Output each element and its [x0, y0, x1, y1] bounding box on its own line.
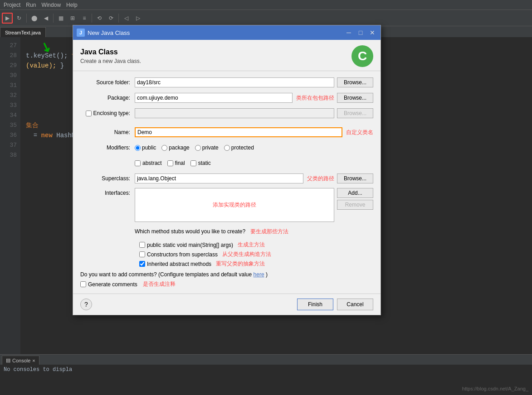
cancel-button[interactable]: Cancel	[337, 299, 373, 310]
generate-comments-checkbox[interactable]	[80, 281, 86, 287]
package-browse-btn[interactable]: Browse...	[337, 93, 373, 103]
package-container: 类所在包包路径	[135, 93, 334, 103]
toolbar-btn-10[interactable]: ▷	[132, 13, 143, 24]
mod-abstract-text: abstract	[142, 160, 162, 166]
modifiers-options: public package private protected	[135, 145, 373, 151]
mod-final-label[interactable]: final	[167, 160, 185, 166]
enclosing-label-container: Enclosing type:	[80, 110, 135, 116]
superclass-browse-btn[interactable]: Browse...	[337, 173, 373, 183]
dialog-header-title: Java Class	[80, 48, 141, 56]
console-tab-close[interactable]: ×	[32, 358, 35, 363]
mod-static-label[interactable]: static	[190, 160, 211, 166]
toolbar-btn-3[interactable]: ◀	[40, 13, 51, 24]
source-folder-input[interactable]	[135, 77, 334, 87]
toolbar-btn-1[interactable]: ↻	[14, 13, 24, 24]
mod-abstract-checkbox[interactable]	[135, 160, 141, 166]
bottom-panel: ▤ Console × No consoles to displa	[0, 354, 532, 395]
stub2-checkbox[interactable]	[139, 251, 145, 257]
console-text: No consoles to displa	[4, 366, 72, 373]
comments-q-row: Do you want to add comments? (Configure …	[80, 271, 373, 278]
toolbar-btn-2[interactable]: ⬤	[29, 13, 39, 24]
stub2-annotation: 从父类生成构造方法	[222, 250, 271, 258]
menu-bar: Project Run Window Help	[0, 0, 532, 10]
modifier-public-text: public	[142, 145, 156, 151]
interfaces-remove-btn[interactable]: Remove	[337, 200, 373, 210]
superclass-input[interactable]	[135, 173, 303, 183]
modifier-protected-radio[interactable]	[224, 145, 230, 151]
source-folder-row: Source folder: Browse...	[80, 77, 373, 88]
source-folder-browse-btn[interactable]: Browse...	[337, 77, 373, 87]
stubs-question: Which method stubs would you like to cre…	[135, 228, 288, 236]
stub2-label: Constructors from superclass	[147, 251, 218, 258]
stub1-label: public static void main(String[] args)	[147, 242, 233, 248]
toolbar-btn-4[interactable]: ▦	[55, 13, 66, 24]
enclosing-input[interactable]	[135, 108, 334, 118]
modifier-package-radio[interactable]	[161, 145, 167, 151]
console-tab-icon: ▤	[6, 357, 10, 363]
stubs-checkboxes: public static void main(String[] args) 生…	[139, 241, 373, 268]
toolbar-btn-5[interactable]: ⊞	[67, 13, 78, 24]
package-label: Package:	[80, 95, 135, 101]
modifier-package-text: package	[169, 145, 189, 151]
mod-static-text: static	[198, 160, 211, 166]
dialog-logo: C	[351, 45, 373, 67]
mod-static-checkbox[interactable]	[190, 160, 196, 166]
modifier-private-radio[interactable]	[195, 145, 201, 151]
interfaces-buttons: Add... Remove	[337, 188, 373, 210]
name-input[interactable]	[135, 127, 342, 137]
menu-window[interactable]: Window	[41, 2, 61, 8]
dialog-minimize-btn[interactable]: ─	[344, 28, 353, 37]
enclosing-browse-btn[interactable]: Browse...	[337, 108, 373, 118]
toolbar-btn-6[interactable]: ≡	[79, 13, 90, 24]
stub3-checkbox[interactable]	[139, 261, 145, 267]
mod-final-checkbox[interactable]	[167, 160, 173, 166]
interfaces-add-btn[interactable]: Add...	[337, 188, 373, 198]
console-tab[interactable]: ▤ Console ×	[2, 356, 39, 365]
modifier-public-label[interactable]: public	[135, 145, 156, 151]
new-java-class-dialog: J New Java Class ─ □ ✕ Java Class Create…	[73, 25, 381, 315]
name-container: 自定义类名	[135, 127, 373, 137]
modifier-protected-label[interactable]: protected	[224, 145, 254, 151]
finish-button[interactable]: Finish	[297, 299, 333, 310]
name-label: Name:	[80, 129, 135, 135]
toolbar-run-btn[interactable]: ▶	[2, 13, 13, 24]
package-row: Package: 类所在包包路径 Browse...	[80, 92, 373, 104]
help-button[interactable]: ?	[80, 299, 92, 310]
dialog-header-text: Java Class Create a new Java class.	[80, 48, 141, 64]
dialog-maximize-btn[interactable]: □	[356, 28, 365, 37]
mod-final-text: final	[175, 160, 185, 166]
dialog-titlebar: J New Java Class ─ □ ✕	[73, 25, 381, 40]
enclosing-label: Enclosing type:	[93, 110, 130, 116]
comments-here-link[interactable]: here	[254, 271, 264, 278]
stub1-checkbox[interactable]	[139, 242, 145, 248]
toolbar: ▶ ↻ ⬤ ◀ ▦ ⊞ ≡ ⟲ ⟳ ◁ ▷	[0, 10, 532, 26]
interfaces-row: Interfaces: 添加实现类的路径 Add... Remove	[80, 188, 373, 222]
interfaces-label: Interfaces:	[80, 188, 135, 196]
toolbar-btn-7[interactable]: ⟲	[94, 13, 105, 24]
generate-comments-row: Generate comments 是否生成注释	[80, 280, 373, 288]
stub2-row: Constructors from superclass 从父类生成构造方法	[139, 250, 373, 258]
modifier-private-label[interactable]: private	[195, 145, 219, 151]
toolbar-btn-8[interactable]: ⟳	[106, 13, 117, 24]
modifier-package-label[interactable]: package	[161, 145, 189, 151]
package-input[interactable]	[135, 93, 293, 103]
dialog-close-btn[interactable]: ✕	[368, 28, 377, 37]
menu-help[interactable]: Help	[66, 2, 78, 8]
enclosing-checkbox[interactable]	[86, 111, 92, 116]
toolbar-btn-9[interactable]: ◁	[121, 13, 132, 24]
modifiers-options2: abstract final static	[135, 160, 373, 166]
interfaces-area[interactable]: 添加实现类的路径	[135, 188, 334, 222]
superclass-container: 父类的路径	[135, 173, 334, 183]
menu-project[interactable]: Project	[4, 2, 20, 8]
stub3-label: Inherited abstract methods	[147, 261, 211, 267]
stubs-section: Which method stubs would you like to cre…	[80, 226, 373, 268]
package-annotation: 类所在包包路径	[296, 94, 334, 102]
menu-run[interactable]: Run	[26, 2, 36, 8]
tab-streamtext[interactable]: StreamText.java	[0, 27, 46, 37]
generate-comments-annotation: 是否生成注释	[143, 280, 176, 288]
modifier-public-radio[interactable]	[135, 145, 141, 151]
enclosing-row: Enclosing type: Browse...	[80, 107, 373, 119]
mod-abstract-label[interactable]: abstract	[135, 160, 162, 166]
dialog-header-desc: Create a new Java class.	[80, 58, 141, 64]
stub3-annotation: 重写父类的抽象方法	[216, 260, 265, 268]
